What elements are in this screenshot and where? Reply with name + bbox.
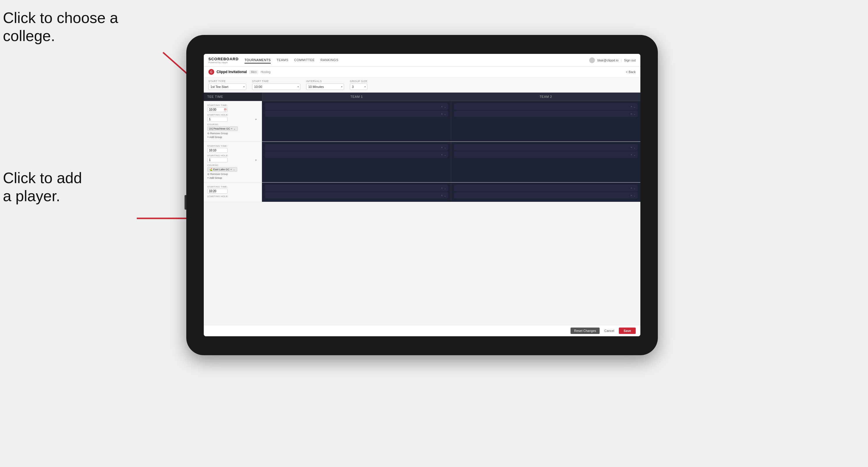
list-item[interactable]: × ⌄ xyxy=(454,185,638,191)
start-time-input[interactable] xyxy=(252,84,300,90)
group-3-time-input[interactable] xyxy=(207,189,228,194)
schedule-table: Tee Time Team 1 Team 2 STARTING TIME: ⏰ … xyxy=(204,93,640,202)
group-1-team1: × ⌄ × ⌄ xyxy=(262,101,451,142)
group-2-team1: × ⌄ × ⌄ xyxy=(262,142,451,182)
tablet-device: SCOREBOARD Powered by clippd TOURNAMENTS… xyxy=(186,35,658,355)
bottom-bar: Reset Changes Cancel Save xyxy=(204,325,640,336)
group-2-remove-link[interactable]: ⊖Remove Group xyxy=(207,173,258,176)
nav-links: TOURNAMENTS TEAMS COMMITTEE RANKINGS xyxy=(245,57,589,63)
group-1-add-link[interactable]: + Add Group xyxy=(207,136,258,138)
intervals-field: Intervals 10 Minutes 8 Minutes 12 Minute… xyxy=(306,80,344,90)
nav-teams[interactable]: TEAMS xyxy=(277,57,288,63)
start-type-select[interactable]: 1st Tee Start Shotgun Start xyxy=(209,84,246,90)
list-item[interactable]: × ⌄ xyxy=(454,144,638,151)
group-2-hole-select[interactable]: 1 xyxy=(207,157,228,162)
list-item[interactable]: × ⌄ xyxy=(454,111,638,117)
group-3-team2: × ⌄ × ⌄ xyxy=(451,183,640,202)
list-item[interactable]: × ⌄ xyxy=(265,192,448,198)
group-size-field: Group Size 3 2 4 xyxy=(350,80,367,90)
nav-committee[interactable]: COMMITTEE xyxy=(294,57,315,63)
table-row: STARTING TIME: STARTING HOLE: × ⌄ × xyxy=(204,183,640,202)
list-item[interactable]: × ⌄ xyxy=(454,151,638,158)
list-item[interactable]: × ⌄ xyxy=(265,111,448,117)
nav-tournaments[interactable]: TOURNAMENTS xyxy=(245,57,271,63)
tablet-screen: SCOREBOARD Powered by clippd TOURNAMENTS… xyxy=(204,54,640,336)
intervals-select[interactable]: 10 Minutes 8 Minutes 12 Minutes xyxy=(306,84,344,90)
table-header: Tee Time Team 1 Team 2 xyxy=(204,93,640,101)
group-1-course-tag[interactable]: (A) Peachtree GC × ⌄ xyxy=(207,126,238,131)
group-2-left: STARTING TIME: STARTING HOLE: 1 COURSE: xyxy=(204,142,262,182)
settings-bar: Start Type 1st Tee Start Shotgun Start S… xyxy=(204,77,640,93)
col-team1: Team 1 xyxy=(262,93,451,101)
avatar xyxy=(589,57,595,63)
tablet-side-button xyxy=(185,195,186,210)
save-button[interactable]: Save xyxy=(619,328,636,334)
group-3-left: STARTING TIME: STARTING HOLE: xyxy=(204,183,262,202)
group-1-team2: × ⌄ × ⌄ xyxy=(451,101,640,142)
group-3-team1: × ⌄ × ⌄ xyxy=(262,183,451,202)
main-content: Tee Time Team 1 Team 2 STARTING TIME: ⏰ … xyxy=(204,93,640,325)
table-row: STARTING TIME: STARTING HOLE: 1 COURSE: xyxy=(204,142,640,183)
back-button[interactable]: < Back xyxy=(626,70,636,74)
list-item[interactable]: × ⌄ xyxy=(454,192,638,198)
start-type-field: Start Type 1st Tee Start Shotgun Start xyxy=(209,80,246,90)
col-tee-time: Tee Time xyxy=(204,93,262,101)
breadcrumb-logo: C xyxy=(209,69,214,75)
list-item[interactable]: × ⌄ xyxy=(454,103,638,110)
group-2-time-input[interactable] xyxy=(207,148,228,153)
list-item[interactable]: × ⌄ xyxy=(265,103,448,110)
breadcrumb: C Clippd Invitational Men Hosting xyxy=(209,69,271,75)
reset-button[interactable]: Reset Changes xyxy=(570,328,600,334)
group-2-add-link[interactable]: + Add Group xyxy=(207,177,258,179)
sign-out-link[interactable]: Sign out xyxy=(624,59,636,62)
table-row: STARTING TIME: ⏰ STARTING HOLE: 1 COURSE… xyxy=(204,101,640,142)
list-item[interactable]: × ⌄ xyxy=(265,144,448,151)
nav-rankings[interactable]: RANKINGS xyxy=(320,57,338,63)
list-item[interactable]: × ⌄ xyxy=(265,151,448,158)
cancel-button[interactable]: Cancel xyxy=(602,328,617,334)
sub-header: C Clippd Invitational Men Hosting < Back xyxy=(204,67,640,77)
annotation-add-player: Click to add a player. xyxy=(3,169,82,205)
list-item[interactable]: × ⌄ xyxy=(265,185,448,191)
group-2-team2: × ⌄ × ⌄ xyxy=(451,142,640,182)
group-1-remove-link[interactable]: ⊖Remove Group xyxy=(207,132,258,135)
group-1-hole-select[interactable]: 1 xyxy=(207,117,228,122)
nav-logo: SCOREBOARD Powered by clippd xyxy=(209,57,239,64)
start-time-field: Start Time xyxy=(252,80,300,90)
group-size-select[interactable]: 3 2 4 xyxy=(350,84,367,90)
nav-bar: SCOREBOARD Powered by clippd TOURNAMENTS… xyxy=(204,54,640,67)
group-1-left: STARTING TIME: ⏰ STARTING HOLE: 1 COURSE… xyxy=(204,101,262,142)
nav-user: blair@clippd.io | Sign out xyxy=(589,57,636,63)
group-2-course-tag[interactable]: ⛳ East Lake GC × ⌄ xyxy=(207,167,237,172)
col-team2: Team 2 xyxy=(451,93,640,101)
annotation-choose-college: Click to choose a college. xyxy=(3,9,118,45)
